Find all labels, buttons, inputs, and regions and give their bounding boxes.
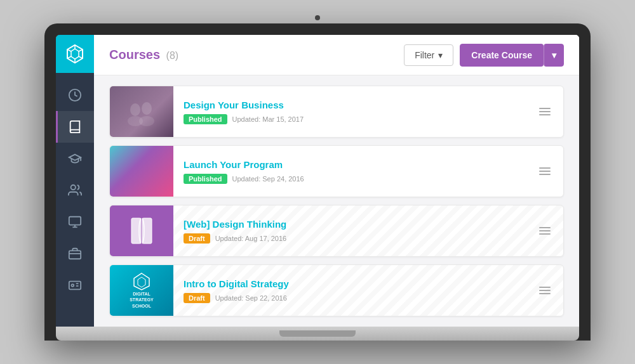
course-info: [Web] Design Thinking Draft Updated: Aug… <box>173 211 526 251</box>
course-thumbnail: DIGITALSTRATEGYSCHOOL <box>110 265 173 316</box>
thumbnail-text: DIGITALSTRATEGYSCHOOL <box>130 291 154 308</box>
laptop-notch <box>279 330 356 337</box>
status-badge: Draft <box>184 293 210 303</box>
thumbnail-image: DIGITALSTRATEGYSCHOOL <box>110 265 173 316</box>
sidebar-item-users[interactable] <box>56 174 94 206</box>
course-updated: Updated: Aug 17, 2016 <box>215 235 287 242</box>
course-updated: Updated: Sep 24, 2016 <box>232 175 304 183</box>
svg-point-9 <box>71 185 76 190</box>
filter-label: Filter <box>415 50 434 60</box>
thumbnail-image <box>110 146 173 197</box>
create-course-group: Create Course ▾ <box>460 44 564 67</box>
header-actions: Filter ▾ Create Course ▾ <box>404 44 564 67</box>
sidebar-nav <box>56 79 94 301</box>
filter-button[interactable]: Filter ▾ <box>404 44 453 66</box>
course-updated: Updated: Sep 22, 2016 <box>215 294 287 302</box>
course-thumbnail <box>110 86 173 137</box>
sidebar-item-briefcase[interactable] <box>56 238 94 270</box>
title-text: Courses <box>109 48 160 62</box>
status-badge: Published <box>184 174 227 184</box>
hamburger-icon <box>539 108 551 115</box>
sidebar-item-idcard[interactable] <box>56 270 94 301</box>
svg-rect-13 <box>69 250 81 259</box>
create-course-label: Create Course <box>471 50 532 60</box>
hamburger-icon <box>539 287 551 294</box>
course-title: Intro to Digital Strategy <box>184 278 516 289</box>
create-course-button[interactable]: Create Course <box>460 44 544 67</box>
svg-point-17 <box>72 284 74 287</box>
app-container: Courses (8) Filter ▾ Create Course <box>56 35 579 327</box>
course-card: Launch Your Program Published Updated: S… <box>109 145 564 197</box>
page-title: Courses (8) <box>109 48 178 62</box>
laptop-base <box>56 327 579 341</box>
course-menu-button[interactable] <box>526 276 563 304</box>
svg-point-18 <box>130 103 140 116</box>
laptop-screen: Courses (8) Filter ▾ Create Course <box>56 35 579 327</box>
course-updated: Updated: Mar 15, 2017 <box>232 115 304 123</box>
sidebar-item-reports[interactable] <box>56 206 94 238</box>
create-course-dropdown-button[interactable]: ▾ <box>544 44 564 67</box>
course-meta: Published Updated: Mar 15, 2017 <box>184 114 516 124</box>
laptop-frame: Courses (8) Filter ▾ Create Course <box>44 23 591 341</box>
hamburger-icon <box>539 167 551 175</box>
course-card: Design Your Business Published Updated: … <box>109 86 564 138</box>
svg-point-20 <box>142 102 152 115</box>
sidebar-item-courses[interactable] <box>56 111 94 143</box>
course-info: Intro to Digital Strategy Draft Updated:… <box>173 271 526 311</box>
course-card: [Web] Design Thinking Draft Updated: Aug… <box>109 205 564 257</box>
course-info: Launch Your Program Published Updated: S… <box>173 152 526 192</box>
course-menu-button[interactable] <box>526 98 563 126</box>
camera-dot <box>315 15 320 20</box>
course-card: DIGITALSTRATEGYSCHOOL Intro to Digital S… <box>109 264 564 316</box>
course-title: Launch Your Program <box>184 159 516 170</box>
header: Courses (8) Filter ▾ Create Course <box>94 35 579 75</box>
main-content: Courses (8) Filter ▾ Create Course <box>94 35 579 327</box>
course-info: Design Your Business Published Updated: … <box>173 92 526 132</box>
course-menu-button[interactable] <box>526 157 563 185</box>
thumbnail-image <box>110 205 173 256</box>
course-title: [Web] Design Thinking <box>184 219 516 230</box>
sidebar-logo <box>56 35 94 73</box>
svg-rect-10 <box>69 217 81 225</box>
chevron-down-icon: ▾ <box>552 50 556 60</box>
course-title: Design Your Business <box>184 100 516 110</box>
chevron-down-icon: ▾ <box>438 50 443 60</box>
course-thumbnail <box>110 205 173 256</box>
svg-marker-25 <box>138 277 145 287</box>
hamburger-icon <box>539 227 551 235</box>
status-badge: Published <box>184 114 227 124</box>
status-badge: Draft <box>184 233 210 244</box>
course-list: Design Your Business Published Updated: … <box>94 75 579 327</box>
svg-marker-1 <box>71 49 79 59</box>
course-thumbnail <box>110 146 173 197</box>
thumbnail-image <box>110 86 173 137</box>
course-meta: Draft Updated: Aug 17, 2016 <box>184 233 516 244</box>
sidebar-item-dashboard[interactable] <box>56 79 94 111</box>
svg-point-21 <box>139 116 154 126</box>
sidebar <box>56 35 94 327</box>
sidebar-item-graduation[interactable] <box>56 143 94 174</box>
course-menu-button[interactable] <box>526 217 563 245</box>
course-meta: Published Updated: Sep 24, 2016 <box>184 174 516 184</box>
course-count: (8) <box>166 50 179 61</box>
course-meta: Draft Updated: Sep 22, 2016 <box>184 293 516 303</box>
